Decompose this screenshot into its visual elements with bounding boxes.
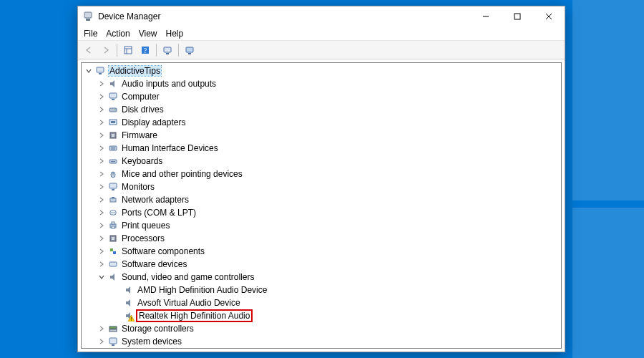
- svg-rect-25: [112, 134, 114, 137]
- tool-button[interactable]: [182, 43, 197, 57]
- cpu-icon: [107, 233, 119, 244]
- svg-rect-19: [112, 99, 114, 100]
- svg-marker-17: [110, 80, 114, 87]
- back-button[interactable]: [81, 43, 97, 57]
- speaker-warning-icon: !: [123, 310, 135, 321]
- expander-none: [113, 311, 122, 320]
- chevron-right-icon[interactable]: [97, 79, 106, 88]
- device-manager-window: Device Manager File Action View Help: [77, 6, 565, 352]
- svg-rect-15: [97, 67, 104, 72]
- svg-point-21: [114, 110, 116, 111]
- svg-rect-48: [109, 262, 117, 266]
- toolbar-separator: [178, 44, 179, 57]
- tree-device-amd-audio[interactable]: AMD High Definition Audio Device: [82, 284, 561, 296]
- tree-item-computer[interactable]: Computer: [82, 90, 561, 103]
- tree-root[interactable]: AddictiveTips: [82, 64, 561, 77]
- scan-hardware-button[interactable]: [160, 43, 175, 57]
- chevron-right-icon[interactable]: [97, 183, 106, 191]
- svg-rect-43: [112, 226, 114, 228]
- svg-marker-51: [126, 299, 130, 306]
- tree-item-processors[interactable]: Processors: [82, 232, 561, 245]
- chevron-down-icon[interactable]: [84, 67, 93, 75]
- svg-rect-11: [164, 47, 171, 52]
- tree-device-realtek-audio[interactable]: ! Realtek High Definition Audio: [82, 309, 561, 322]
- tree-root-label: AddictiveTips: [109, 66, 161, 76]
- svg-rect-45: [112, 237, 114, 240]
- menu-action[interactable]: Action: [106, 29, 130, 39]
- minimize-button[interactable]: [470, 6, 502, 26]
- chevron-right-icon[interactable]: [97, 221, 106, 230]
- tree-item-print-queues[interactable]: Print queues: [82, 219, 561, 232]
- chevron-right-icon[interactable]: [97, 247, 106, 256]
- expander-none: [113, 286, 122, 294]
- chevron-right-icon[interactable]: [97, 208, 106, 217]
- printer-icon: [107, 220, 119, 231]
- keyboard-icon: [107, 155, 119, 167]
- svg-point-38: [111, 212, 112, 213]
- storage-icon: [107, 323, 119, 334]
- maximize-button[interactable]: [502, 6, 533, 26]
- tree-item-audio-inputs[interactable]: Audio inputs and outputs: [82, 77, 561, 90]
- speaker-icon: [123, 297, 135, 309]
- chevron-right-icon[interactable]: [97, 170, 106, 178]
- svg-rect-58: [112, 344, 114, 346]
- speaker-icon: [107, 78, 119, 90]
- tree-item-monitors[interactable]: Monitors: [82, 180, 561, 193]
- tree-item-software-devices[interactable]: Software devices: [82, 258, 561, 271]
- tree-item-firmware[interactable]: Firmware: [82, 129, 561, 142]
- svg-rect-56: [109, 329, 117, 332]
- help-button[interactable]: ?: [137, 43, 153, 57]
- chevron-down-icon[interactable]: [97, 273, 106, 281]
- menu-help[interactable]: Help: [166, 29, 184, 39]
- close-button[interactable]: [533, 6, 565, 26]
- forward-button[interactable]: [98, 43, 114, 57]
- chevron-right-icon[interactable]: [97, 324, 106, 333]
- network-icon: [107, 194, 119, 205]
- tree-item-software-components[interactable]: Software components: [82, 245, 561, 258]
- show-hidden-button[interactable]: [120, 43, 136, 57]
- speaker-icon: [123, 284, 135, 296]
- tree-item-sound[interactable]: Sound, video and game controllers: [82, 271, 561, 284]
- chevron-right-icon[interactable]: [97, 195, 106, 204]
- titlebar: Device Manager: [78, 6, 565, 26]
- tree-item-storage-controllers[interactable]: Storage controllers: [82, 322, 561, 335]
- tree-item-network-adapters[interactable]: Network adapters: [82, 193, 561, 206]
- svg-point-40: [114, 212, 115, 213]
- chevron-right-icon[interactable]: [97, 118, 106, 127]
- chevron-right-icon[interactable]: [97, 92, 106, 101]
- svg-rect-30: [111, 161, 115, 162]
- app-icon: [82, 11, 94, 22]
- tree-item-ports[interactable]: Ports (COM & LPT): [82, 206, 561, 219]
- tree-device-avsoft-audio[interactable]: Avsoft Virtual Audio Device: [82, 296, 561, 309]
- svg-marker-49: [110, 274, 114, 281]
- svg-marker-50: [126, 286, 130, 294]
- tree-item-mice[interactable]: Mice and other pointing devices: [82, 168, 561, 180]
- hid-icon: [107, 142, 119, 154]
- svg-rect-6: [125, 47, 132, 54]
- tree-item-keyboards[interactable]: Keyboards: [82, 155, 561, 168]
- chevron-right-icon[interactable]: [97, 260, 106, 268]
- svg-point-39: [112, 212, 114, 213]
- chevron-right-icon[interactable]: [97, 157, 106, 165]
- toolbar-separator: [156, 44, 157, 57]
- svg-rect-33: [109, 183, 117, 188]
- menu-view[interactable]: View: [139, 29, 157, 39]
- tree-item-usb[interactable]: Universal Serial Bus controllers: [82, 348, 561, 349]
- device-tree[interactable]: AddictiveTips Audio inputs and outputs C…: [81, 62, 562, 349]
- chevron-right-icon[interactable]: [97, 337, 106, 346]
- svg-rect-3: [514, 14, 520, 19]
- tree-item-system-devices[interactable]: System devices: [82, 335, 561, 348]
- menu-file[interactable]: File: [84, 29, 97, 39]
- tree-item-display-adapters[interactable]: Display adapters: [82, 116, 561, 129]
- chevron-right-icon[interactable]: [97, 105, 106, 114]
- chevron-right-icon[interactable]: [97, 234, 106, 243]
- chevron-right-icon[interactable]: [97, 144, 106, 153]
- window-title: Device Manager: [98, 11, 160, 21]
- chevron-right-icon[interactable]: [97, 131, 106, 140]
- svg-rect-12: [166, 53, 169, 54]
- svg-rect-18: [109, 93, 117, 98]
- display-adapter-icon: [107, 117, 119, 128]
- svg-rect-42: [112, 222, 114, 224]
- tree-item-hid[interactable]: Human Interface Devices: [82, 142, 561, 155]
- tree-item-disk-drives[interactable]: Disk drives: [82, 103, 561, 116]
